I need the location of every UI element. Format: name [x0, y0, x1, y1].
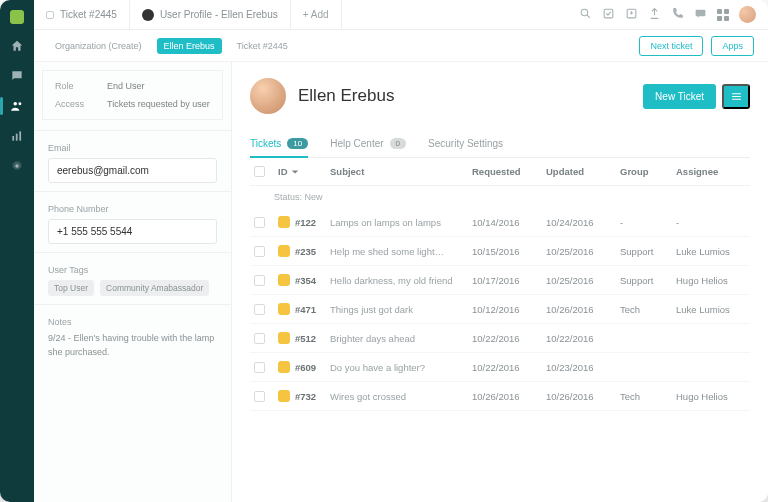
subtab-label: Tickets — [250, 138, 281, 149]
subtab-tickets[interactable]: Tickets 10 — [250, 130, 308, 157]
access-label: Access — [55, 99, 107, 109]
apps-grid-icon[interactable] — [717, 9, 729, 21]
ticket-group: - — [620, 217, 672, 228]
top-toolbar — [567, 0, 768, 29]
window-tabs: Ticket #2445 User Profile - Ellen Erebus… — [34, 0, 768, 30]
ticket-group: Support — [620, 275, 672, 286]
ticket-updated: 10/23/2016 — [546, 362, 616, 373]
user-meta: Role End User Access Tickets requested b… — [42, 70, 223, 120]
row-checkbox[interactable] — [254, 275, 265, 286]
app-window: Ticket #2445 User Profile - Ellen Erebus… — [0, 0, 768, 502]
user-tag[interactable]: Top User — [48, 280, 94, 296]
ticket-requested: 10/26/2016 — [472, 391, 542, 402]
status-badge-icon — [278, 274, 290, 286]
table-row[interactable]: #732Wires got crossed10/26/201610/26/201… — [250, 382, 750, 411]
svg-line-7 — [587, 15, 590, 18]
ticket-id: #235 — [278, 245, 326, 257]
breadcrumb[interactable]: Organization (Create) — [48, 38, 149, 54]
row-checkbox[interactable] — [254, 217, 265, 228]
ticket-subject: Do you have a lighter? — [330, 362, 468, 373]
row-checkbox[interactable] — [254, 333, 265, 344]
status-badge-icon — [278, 390, 290, 402]
col-requested[interactable]: Requested — [472, 166, 542, 177]
reports-icon[interactable] — [9, 128, 25, 144]
user-name: Ellen Erebus — [298, 86, 394, 106]
ticket-updated: 10/25/2016 — [546, 246, 616, 257]
phone-field[interactable] — [48, 219, 217, 244]
table-row[interactable]: #512Brighter days ahead10/22/201610/22/2… — [250, 324, 750, 353]
subtab-help-center[interactable]: Help Center 0 — [330, 130, 406, 157]
comment-icon[interactable] — [694, 7, 707, 22]
ticket-updated: 10/26/2016 — [546, 304, 616, 315]
col-assignee[interactable]: Assignee — [676, 166, 746, 177]
ticket-group: Tech — [620, 304, 672, 315]
table-row[interactable]: #471Things just got dark10/12/201610/26/… — [250, 295, 750, 324]
ticket-updated: 10/26/2016 — [546, 391, 616, 402]
svg-rect-8 — [604, 9, 613, 18]
col-group[interactable]: Group — [620, 166, 672, 177]
subtab-label: Security Settings — [428, 138, 503, 149]
status-badge-icon — [278, 216, 290, 228]
refresh-icon[interactable] — [602, 7, 615, 22]
brand-logo[interactable] — [10, 10, 24, 24]
ticket-subject: Lamps on lamps on lamps — [330, 217, 468, 228]
ticket-subject: Hello darkness, my old friend — [330, 275, 468, 286]
row-checkbox[interactable] — [254, 246, 265, 257]
ticket-requested: 10/14/2016 — [472, 217, 542, 228]
apps-button[interactable]: Apps — [711, 36, 754, 56]
new-ticket-button[interactable]: New Ticket — [643, 84, 716, 109]
breadcrumb[interactable]: Ellen Erebus — [157, 38, 222, 54]
table-row[interactable]: #609Do you have a lighter?10/22/201610/2… — [250, 353, 750, 382]
col-updated[interactable]: Updated — [546, 166, 616, 177]
svg-point-1 — [18, 102, 21, 105]
email-field[interactable] — [48, 158, 217, 183]
tickets-table: ID Subject Requested Updated Group Assig… — [250, 158, 750, 502]
row-checkbox[interactable] — [254, 304, 265, 315]
ticket-id: #354 — [278, 274, 326, 286]
users-icon[interactable] — [9, 98, 25, 114]
main-area: Ticket #2445 User Profile - Ellen Erebus… — [34, 0, 768, 502]
table-row[interactable]: #235Help me shed some light…10/15/201610… — [250, 237, 750, 266]
svg-rect-3 — [16, 134, 18, 141]
breadcrumb[interactable]: Ticket #2445 — [230, 38, 295, 54]
ticket-subject: Things just got dark — [330, 304, 468, 315]
user-tag[interactable]: Community Amabassador — [100, 280, 209, 296]
ticket-id: #471 — [278, 303, 326, 315]
col-id[interactable]: ID — [278, 166, 326, 177]
tab-label: User Profile - Ellen Erebus — [160, 9, 278, 20]
row-checkbox[interactable] — [254, 362, 265, 373]
share-icon[interactable] — [648, 7, 661, 22]
row-checkbox[interactable] — [254, 391, 265, 402]
next-ticket-button[interactable]: Next ticket — [639, 36, 703, 56]
list-view-button[interactable] — [722, 84, 750, 109]
tab-ticket[interactable]: Ticket #2445 — [34, 0, 130, 29]
current-user-avatar[interactable] — [739, 6, 756, 23]
role-value: End User — [107, 81, 210, 91]
select-all-checkbox[interactable] — [254, 166, 265, 177]
ticket-assignee: Hugo Helios — [676, 275, 746, 286]
sort-desc-icon — [291, 168, 299, 176]
tab-profile[interactable]: User Profile - Ellen Erebus — [130, 0, 291, 29]
search-icon[interactable] — [579, 7, 592, 22]
access-value: Tickets requested by user — [107, 99, 210, 109]
phone-label: Phone Number — [48, 204, 217, 214]
email-label: Email — [48, 143, 217, 153]
notes-value[interactable]: 9/24 - Ellen's having trouble with the l… — [48, 332, 217, 359]
ticket-assignee: Hugo Helios — [676, 391, 746, 402]
tab-add[interactable]: + Add — [291, 0, 342, 29]
chat-icon[interactable] — [9, 68, 25, 84]
phone-icon[interactable] — [671, 7, 684, 22]
table-row[interactable]: #122Lamps on lamps on lamps10/14/201610/… — [250, 208, 750, 237]
home-icon[interactable] — [9, 38, 25, 54]
ticket-requested: 10/22/2016 — [472, 362, 542, 373]
subtab-security[interactable]: Security Settings — [428, 130, 503, 157]
table-row[interactable]: #354Hello darkness, my old friend10/17/2… — [250, 266, 750, 295]
settings-icon[interactable] — [9, 158, 25, 174]
inbox-icon[interactable] — [625, 7, 638, 22]
ticket-assignee: Luke Lumios — [676, 246, 746, 257]
ticket-assignee: Luke Lumios — [676, 304, 746, 315]
ticket-tab-icon — [46, 11, 54, 19]
col-subject[interactable]: Subject — [330, 166, 468, 177]
ticket-group: Support — [620, 246, 672, 257]
ticket-id: #122 — [278, 216, 326, 228]
